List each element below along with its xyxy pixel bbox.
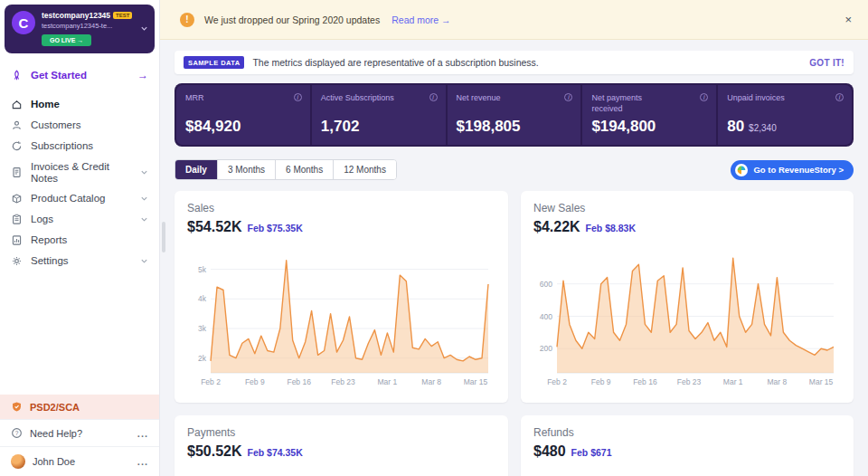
metric-net-payments: Net payments received i $194,800	[582, 85, 716, 145]
metric-label: Active Subscriptions	[321, 93, 399, 104]
chevron-down-icon	[140, 257, 148, 265]
sample-data-badge: SAMPLE DATA	[184, 56, 244, 69]
svg-text:600: 600	[540, 280, 552, 289]
scrollbar-thumb[interactable]	[162, 222, 165, 252]
chart-title: New Sales	[533, 202, 841, 214]
metric-value: $198,805	[457, 118, 521, 136]
more-options-icon[interactable]: ...	[137, 428, 148, 439]
close-icon[interactable]: ×	[844, 13, 852, 26]
payments-chart	[187, 467, 495, 476]
read-more-link[interactable]: Read more →	[392, 14, 450, 25]
tab-12-months[interactable]: 12 Months	[334, 160, 396, 179]
chart-period-value: Feb $75.35K	[248, 223, 303, 233]
svg-text:Feb 2: Feb 2	[201, 377, 221, 386]
revenuestory-button[interactable]: Go to RevenueStory >	[731, 160, 854, 180]
tab-daily[interactable]: Daily	[175, 160, 218, 179]
more-options-icon[interactable]: ...	[137, 456, 148, 467]
svg-text:Mar 1: Mar 1	[723, 377, 743, 386]
metric-value: $194,800	[591, 118, 656, 136]
info-icon[interactable]: i	[835, 93, 844, 101]
metric-sub-value: $2,340	[749, 123, 777, 133]
metric-active-subscriptions: Active Subscriptions i 1,702	[312, 85, 446, 145]
sidebar-item-invoices[interactable]: Invoices & Credit Notes	[0, 157, 159, 188]
metric-mrr: MRR i $84,920	[176, 85, 310, 145]
psd2-label: PSD2/SCA	[30, 402, 80, 413]
tab-6-months[interactable]: 6 Months	[276, 160, 334, 179]
sidebar-item-user[interactable]: John Doe ...	[0, 446, 159, 476]
svg-text:Feb 23: Feb 23	[677, 377, 702, 386]
svg-text:3k: 3k	[198, 324, 207, 333]
metrics-panel: MRR i $84,920 Active Subscriptions i 1,7…	[175, 83, 854, 147]
chevron-down-icon	[140, 195, 148, 203]
sidebar-item-label: Customers	[31, 119, 81, 131]
test-mode-badge: TEST	[113, 12, 132, 19]
sidebar-item-home[interactable]: Home	[0, 94, 159, 115]
svg-text:2k: 2k	[198, 354, 207, 363]
sidebar-item-subscriptions[interactable]: Subscriptions	[0, 136, 159, 157]
sidebar-item-reports[interactable]: Reports	[0, 230, 159, 251]
company-logo: C	[12, 11, 35, 34]
sidebar-item-need-help[interactable]: ? Need Help? ...	[0, 419, 159, 446]
chart-card-refunds: Refunds $480 Feb $671	[521, 415, 854, 476]
svg-text:5k: 5k	[198, 265, 207, 274]
org-name: testcompany12345	[42, 11, 110, 20]
svg-text:Mar 15: Mar 15	[464, 377, 488, 386]
info-icon[interactable]: i	[294, 93, 302, 101]
company-logo-letter: C	[19, 15, 29, 31]
info-icon[interactable]: i	[564, 93, 572, 101]
help-question-icon: ?	[11, 427, 23, 439]
info-icon[interactable]: i	[429, 93, 438, 101]
sidebar-item-label: Subscriptions	[31, 140, 93, 152]
new-sales-chart: 200400600Feb 2Feb 9Feb 16Feb 23Mar 1Mar …	[533, 243, 841, 387]
sidebar-item-settings[interactable]: Settings	[0, 251, 159, 271]
metric-unpaid-invoices: Unpaid invoices i 80 $2,340	[718, 85, 852, 145]
period-tabs: Daily 3 Months 6 Months 12 Months	[175, 159, 397, 180]
sales-chart: 2k3k4k5kFeb 2Feb 9Feb 16Feb 23Mar 1Mar 8…	[187, 243, 495, 387]
go-live-button[interactable]: GO LIVE →	[42, 34, 91, 46]
chevron-down-icon	[140, 168, 148, 176]
sidebar-item-label: Product Catalog	[31, 193, 105, 205]
metric-net-revenue: Net revenue i $198,805	[448, 85, 581, 145]
chart-period-value: Feb $671	[571, 447, 612, 458]
gear-icon	[11, 255, 23, 267]
customers-icon	[11, 119, 23, 131]
info-icon[interactable]: i	[700, 93, 708, 101]
user-name: John Doe	[33, 456, 75, 467]
svg-text:Mar 8: Mar 8	[768, 377, 788, 386]
chart-value: $480	[533, 443, 566, 460]
org-site-name: testcompany12345-te...	[42, 22, 132, 30]
sidebar-item-label: Reports	[31, 234, 67, 246]
charts-grid: Sales $54.52K Feb $75.35K 2k3k4k5kFeb 2F…	[175, 191, 854, 476]
sidebar-item-label: Settings	[31, 255, 69, 267]
metric-label: Unpaid invoices	[727, 93, 805, 104]
chevron-down-icon	[140, 24, 148, 33]
svg-text:Feb 16: Feb 16	[633, 377, 657, 386]
main-area: ! We just dropped our Spring 2020 update…	[160, 0, 868, 476]
got-it-button[interactable]: GOT IT!	[809, 58, 844, 68]
sidebar-item-logs[interactable]: Logs	[0, 209, 159, 230]
alert-icon: !	[180, 13, 194, 27]
chart-card-payments: Payments $50.52K Feb $74.35K	[175, 415, 508, 476]
announcement-text: We just dropped our Spring 2020 updates	[204, 14, 380, 25]
org-switcher[interactable]: C testcompany12345 TEST testcompany12345…	[5, 5, 155, 53]
chart-title: Refunds	[533, 426, 841, 439]
metric-label: Net revenue	[457, 93, 534, 104]
invoice-document-icon	[11, 167, 23, 178]
svg-text:400: 400	[540, 312, 552, 321]
chart-period-value: Feb $74.35K	[248, 447, 303, 458]
box-icon	[11, 193, 23, 205]
sidebar-item-customers[interactable]: Customers	[0, 115, 159, 136]
subscriptions-icon	[11, 140, 23, 152]
chart-value: $4.22K	[533, 219, 580, 235]
chart-title: Sales	[187, 202, 495, 214]
sidebar-item-get-started[interactable]: Get Started →	[0, 58, 159, 90]
sample-data-bar: SAMPLE DATA The metrics displayed are re…	[175, 51, 854, 74]
sidebar-item-product-catalog[interactable]: Product Catalog	[0, 188, 159, 209]
svg-text:?: ?	[15, 430, 19, 436]
sidebar-item-psd2-sca[interactable]: PSD2/SCA	[0, 395, 159, 419]
tab-3-months[interactable]: 3 Months	[218, 160, 276, 179]
chart-title: Payments	[187, 426, 495, 439]
chart-value: $50.52K	[187, 443, 242, 460]
metric-value: $84,920	[185, 118, 241, 136]
sidebar-nav: Home Customers Subscriptions Invoices & …	[0, 94, 159, 271]
